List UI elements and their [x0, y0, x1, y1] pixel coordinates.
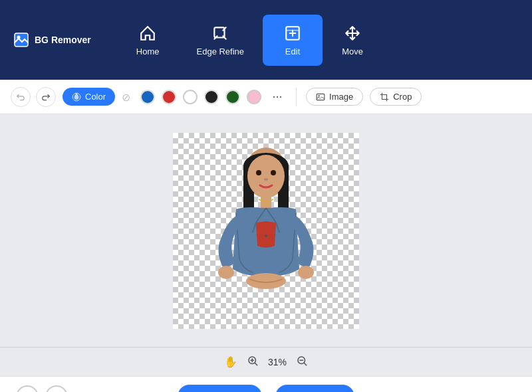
top-navigation: BG Remover Home Edge Refine: [0, 0, 532, 80]
svg-point-17: [265, 235, 267, 237]
nav-item-edit[interactable]: Edit: [263, 15, 323, 66]
zoom-out-icon[interactable]: [296, 355, 308, 369]
new-image-button[interactable]: New Image: [178, 385, 262, 393]
zoom-bar: ✋ 31%: [0, 347, 532, 376]
app-logo-icon: [13, 32, 29, 48]
app-title: BG Remover: [35, 35, 91, 45]
zoom-percentage: 31%: [268, 357, 287, 367]
redo-button[interactable]: [36, 87, 56, 107]
slash-divider: ⊘: [122, 91, 134, 103]
svg-point-12: [256, 170, 261, 175]
color-swatch-black[interactable]: [204, 90, 219, 104]
home-icon: [138, 24, 157, 43]
nav-edge-label: Edge Refine: [197, 47, 245, 56]
edit-icon: [283, 24, 302, 43]
canvas-area: [0, 114, 532, 347]
svg-point-6: [319, 95, 320, 96]
nav-move-label: Move: [342, 47, 363, 56]
more-colors-button[interactable]: ···: [268, 88, 287, 106]
toolbar-separator: [296, 88, 297, 106]
color-swatch-white[interactable]: [183, 90, 198, 104]
undo-redo-group: [11, 87, 56, 107]
image-button[interactable]: Image: [306, 88, 363, 106]
nav-home-label: Home: [136, 47, 160, 56]
zoom-in-icon[interactable]: [247, 355, 259, 369]
app-logo: BG Remover: [13, 32, 91, 48]
edge-refine-icon: [211, 24, 229, 43]
color-swatch-green[interactable]: [225, 90, 240, 104]
person-image: [173, 133, 359, 329]
svg-point-19: [218, 266, 234, 279]
color-swatch-blue[interactable]: [140, 90, 155, 104]
svg-point-18: [298, 266, 314, 279]
nav-edit-label: Edit: [285, 47, 300, 56]
color-swatch-red[interactable]: [162, 90, 176, 104]
svg-point-13: [271, 170, 276, 175]
bottom-bar: New Image Download: [0, 376, 532, 392]
nav-items: Home Edge Refine: [118, 15, 519, 66]
nav-item-edge-refine[interactable]: Edge Refine: [178, 15, 263, 66]
crop-label: Crop: [393, 92, 412, 102]
move-icon: [343, 24, 362, 43]
color-swatch-pink[interactable]: [247, 90, 261, 104]
image-canvas: [173, 133, 359, 329]
prev-arrow-button[interactable]: [16, 385, 39, 393]
undo-button[interactable]: [11, 87, 31, 107]
nav-item-home[interactable]: Home: [118, 15, 178, 66]
svg-rect-5: [317, 94, 325, 100]
color-button[interactable]: Color: [63, 88, 115, 106]
hand-tool-icon[interactable]: ✋: [224, 355, 237, 368]
svg-point-16: [265, 203, 267, 206]
svg-point-11: [247, 155, 285, 197]
next-arrow-button[interactable]: [45, 385, 68, 393]
svg-point-14: [264, 178, 268, 181]
color-label: Color: [85, 92, 106, 102]
svg-point-20: [246, 273, 286, 289]
download-button[interactable]: Download: [275, 385, 354, 393]
toolbar: Color ⊘ ··· Image Crop: [0, 80, 532, 114]
nav-item-move[interactable]: Move: [323, 15, 382, 66]
image-label: Image: [329, 92, 353, 102]
crop-button[interactable]: Crop: [370, 88, 422, 106]
